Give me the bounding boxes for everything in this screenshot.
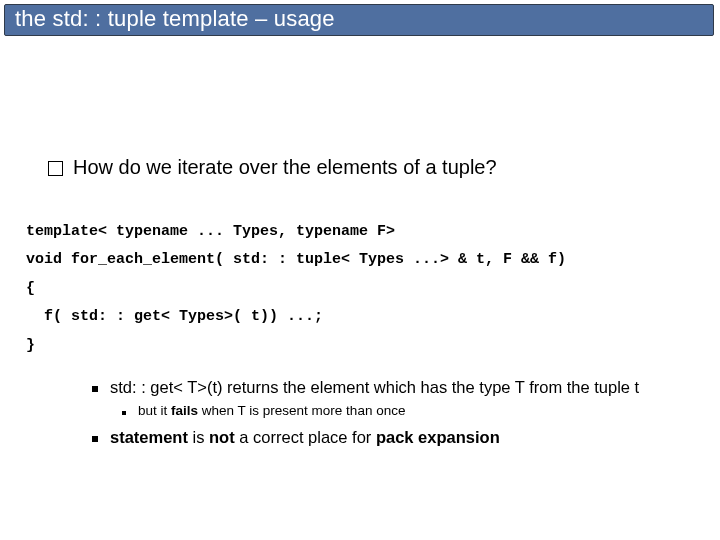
bullet-icon — [92, 436, 98, 442]
note-text: std: : get< T>(t) returns the element wh… — [110, 378, 639, 397]
notes-list: std: : get< T>(t) returns the element wh… — [92, 378, 700, 447]
code-line: void for_each_element( std: : tuple< Typ… — [26, 251, 566, 268]
slide-body: How do we iterate over the elements of a… — [0, 36, 720, 447]
note-item: std: : get< T>(t) returns the element wh… — [92, 378, 700, 397]
question-text: How do we iterate over the elements of a… — [73, 156, 497, 179]
t: is — [193, 428, 210, 446]
t: fails — [171, 403, 202, 418]
question-bullet: How do we iterate over the elements of a… — [48, 156, 700, 179]
note-subtext: but it fails when T is present more than… — [138, 403, 405, 418]
bullet-icon — [92, 386, 98, 392]
t: not — [209, 428, 239, 446]
note-text: statement is not a correct place for pac… — [110, 428, 500, 447]
t: but it — [138, 403, 171, 418]
code-line: f( std: : get< Types>( t)) ...; — [26, 308, 323, 325]
t: when T is present more than once — [202, 403, 406, 418]
slide-title: the std: : tuple template – usage — [15, 6, 703, 32]
code-block: template< typename ... Types, typename F… — [26, 189, 700, 360]
t: pack expansion — [376, 428, 500, 446]
checkbox-icon — [48, 161, 63, 176]
spacer — [20, 56, 700, 156]
bullet-icon — [122, 411, 126, 415]
t: statement — [110, 428, 193, 446]
code-line: { — [26, 280, 35, 297]
t: a correct place for — [239, 428, 376, 446]
code-line: } — [26, 337, 35, 354]
slide: the std: : tuple template – usage How do… — [0, 4, 720, 540]
title-bar: the std: : tuple template – usage — [4, 4, 714, 36]
note-subitem: but it fails when T is present more than… — [122, 403, 700, 418]
code-line: template< typename ... Types, typename F… — [26, 223, 395, 240]
note-item: statement is not a correct place for pac… — [92, 428, 700, 447]
